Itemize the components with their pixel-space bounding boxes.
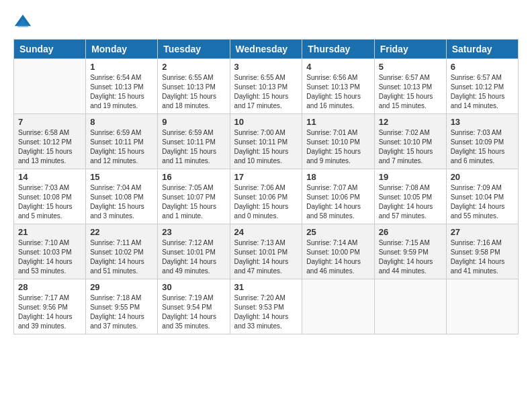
calendar-cell: 5Sunrise: 6:57 AMSunset: 10:13 PMDayligh…: [374, 59, 446, 114]
calendar-cell: [302, 279, 374, 334]
logo: [13, 13, 35, 32]
day-info: Sunrise: 7:08 AMSunset: 10:05 PMDaylight…: [379, 183, 442, 221]
day-info: Sunrise: 7:20 AMSunset: 9:53 PMDaylight:…: [234, 293, 298, 331]
day-number: 5: [379, 62, 442, 72]
day-info: Sunrise: 7:16 AMSunset: 9:58 PMDaylight:…: [451, 238, 514, 276]
calendar-cell: 6Sunrise: 6:57 AMSunset: 10:12 PMDayligh…: [446, 59, 518, 114]
day-info: Sunrise: 6:56 AMSunset: 10:13 PMDaylight…: [306, 73, 369, 111]
calendar-week-row: 1Sunrise: 6:54 AMSunset: 10:13 PMDayligh…: [14, 59, 519, 114]
day-info: Sunrise: 6:54 AMSunset: 10:13 PMDaylight…: [90, 73, 153, 111]
calendar-week-row: 28Sunrise: 7:17 AMSunset: 9:56 PMDayligh…: [14, 279, 519, 334]
calendar-cell: 8Sunrise: 6:59 AMSunset: 10:11 PMDayligh…: [86, 114, 158, 169]
calendar-cell: 15Sunrise: 7:04 AMSunset: 10:08 PMDaylig…: [86, 169, 158, 224]
day-info: Sunrise: 7:03 AMSunset: 10:08 PMDaylight…: [18, 183, 81, 221]
day-number: 4: [306, 62, 369, 72]
calendar-cell: 4Sunrise: 6:56 AMSunset: 10:13 PMDayligh…: [302, 59, 374, 114]
day-info: Sunrise: 7:04 AMSunset: 10:08 PMDaylight…: [90, 183, 153, 221]
calendar-cell: 28Sunrise: 7:17 AMSunset: 9:56 PMDayligh…: [14, 279, 86, 334]
day-info: Sunrise: 7:17 AMSunset: 9:56 PMDaylight:…: [18, 293, 81, 331]
day-number: 11: [306, 117, 369, 127]
day-info: Sunrise: 7:06 AMSunset: 10:06 PMDaylight…: [234, 183, 298, 221]
day-number: 25: [306, 227, 369, 237]
day-info: Sunrise: 7:15 AMSunset: 9:59 PMDaylight:…: [379, 238, 442, 276]
calendar-cell: 21Sunrise: 7:10 AMSunset: 10:03 PMDaylig…: [14, 224, 86, 279]
day-info: Sunrise: 7:10 AMSunset: 10:03 PMDaylight…: [18, 238, 81, 276]
calendar-header-thursday: Thursday: [302, 40, 374, 59]
day-info: Sunrise: 7:05 AMSunset: 10:07 PMDaylight…: [162, 183, 225, 221]
day-number: 3: [234, 62, 298, 72]
day-info: Sunrise: 7:02 AMSunset: 10:10 PMDaylight…: [379, 128, 442, 166]
calendar-cell: 16Sunrise: 7:05 AMSunset: 10:07 PMDaylig…: [158, 169, 230, 224]
calendar-cell: 2Sunrise: 6:55 AMSunset: 10:13 PMDayligh…: [158, 59, 230, 114]
calendar-cell: 29Sunrise: 7:18 AMSunset: 9:55 PMDayligh…: [86, 279, 158, 334]
calendar-cell: 18Sunrise: 7:07 AMSunset: 10:06 PMDaylig…: [302, 169, 374, 224]
day-info: Sunrise: 6:59 AMSunset: 10:11 PMDaylight…: [162, 128, 225, 166]
day-number: 28: [18, 282, 81, 292]
day-info: Sunrise: 7:11 AMSunset: 10:02 PMDaylight…: [90, 238, 153, 276]
day-number: 1: [90, 62, 153, 72]
calendar-week-row: 7Sunrise: 6:58 AMSunset: 10:12 PMDayligh…: [14, 114, 519, 169]
day-number: 7: [18, 117, 81, 127]
calendar-cell: 24Sunrise: 7:13 AMSunset: 10:01 PMDaylig…: [230, 224, 302, 279]
day-info: Sunrise: 7:14 AMSunset: 10:00 PMDaylight…: [306, 238, 369, 276]
day-info: Sunrise: 7:01 AMSunset: 10:10 PMDaylight…: [306, 128, 369, 166]
day-number: 26: [379, 227, 442, 237]
day-number: 20: [451, 172, 514, 182]
calendar-cell: 9Sunrise: 6:59 AMSunset: 10:11 PMDayligh…: [158, 114, 230, 169]
calendar-header-tuesday: Tuesday: [158, 40, 230, 59]
day-info: Sunrise: 6:59 AMSunset: 10:11 PMDaylight…: [90, 128, 153, 166]
day-number: 13: [451, 117, 514, 127]
day-number: 31: [234, 282, 298, 292]
calendar-cell: [14, 59, 86, 114]
day-number: 24: [234, 227, 298, 237]
day-number: 12: [379, 117, 442, 127]
calendar-header-sunday: Sunday: [14, 40, 86, 59]
day-number: 23: [162, 227, 225, 237]
day-number: 22: [90, 227, 153, 237]
day-number: 17: [234, 172, 298, 182]
calendar-cell: 7Sunrise: 6:58 AMSunset: 10:12 PMDayligh…: [14, 114, 86, 169]
calendar-cell: 26Sunrise: 7:15 AMSunset: 9:59 PMDayligh…: [374, 224, 446, 279]
day-info: Sunrise: 6:58 AMSunset: 10:12 PMDaylight…: [18, 128, 81, 166]
calendar-cell: 11Sunrise: 7:01 AMSunset: 10:10 PMDaylig…: [302, 114, 374, 169]
calendar-cell: 12Sunrise: 7:02 AMSunset: 10:10 PMDaylig…: [374, 114, 446, 169]
calendar-cell: 14Sunrise: 7:03 AMSunset: 10:08 PMDaylig…: [14, 169, 86, 224]
day-number: 9: [162, 117, 225, 127]
day-info: Sunrise: 7:13 AMSunset: 10:01 PMDaylight…: [234, 238, 298, 276]
day-number: 29: [90, 282, 153, 292]
day-info: Sunrise: 7:12 AMSunset: 10:01 PMDaylight…: [162, 238, 225, 276]
calendar-header-wednesday: Wednesday: [230, 40, 302, 59]
calendar-week-row: 21Sunrise: 7:10 AMSunset: 10:03 PMDaylig…: [14, 224, 519, 279]
calendar-cell: 3Sunrise: 6:55 AMSunset: 10:13 PMDayligh…: [230, 59, 302, 114]
calendar-cell: 30Sunrise: 7:19 AMSunset: 9:54 PMDayligh…: [158, 279, 230, 334]
logo-icon: [13, 13, 32, 32]
calendar-cell: 13Sunrise: 7:03 AMSunset: 10:09 PMDaylig…: [446, 114, 518, 169]
day-number: 21: [18, 227, 81, 237]
day-number: 2: [162, 62, 225, 72]
calendar-header-saturday: Saturday: [446, 40, 518, 59]
day-info: Sunrise: 6:57 AMSunset: 10:12 PMDaylight…: [451, 73, 514, 111]
day-info: Sunrise: 6:55 AMSunset: 10:13 PMDaylight…: [162, 73, 225, 111]
calendar-week-row: 14Sunrise: 7:03 AMSunset: 10:08 PMDaylig…: [14, 169, 519, 224]
day-number: 19: [379, 172, 442, 182]
calendar-table: SundayMondayTuesdayWednesdayThursdayFrid…: [13, 39, 519, 334]
calendar-cell: 10Sunrise: 7:00 AMSunset: 10:11 PMDaylig…: [230, 114, 302, 169]
calendar-cell: [374, 279, 446, 334]
day-info: Sunrise: 7:03 AMSunset: 10:09 PMDaylight…: [451, 128, 514, 166]
day-number: 16: [162, 172, 225, 182]
day-number: 15: [90, 172, 153, 182]
day-number: 6: [451, 62, 514, 72]
day-number: 30: [162, 282, 225, 292]
day-number: 8: [90, 117, 153, 127]
calendar-cell: 22Sunrise: 7:11 AMSunset: 10:02 PMDaylig…: [86, 224, 158, 279]
day-info: Sunrise: 7:07 AMSunset: 10:06 PMDaylight…: [306, 183, 369, 221]
day-number: 10: [234, 117, 298, 127]
day-info: Sunrise: 7:00 AMSunset: 10:11 PMDaylight…: [234, 128, 298, 166]
calendar-cell: 25Sunrise: 7:14 AMSunset: 10:00 PMDaylig…: [302, 224, 374, 279]
calendar-cell: 20Sunrise: 7:09 AMSunset: 10:04 PMDaylig…: [446, 169, 518, 224]
day-number: 18: [306, 172, 369, 182]
calendar-header-monday: Monday: [86, 40, 158, 59]
calendar-cell: 23Sunrise: 7:12 AMSunset: 10:01 PMDaylig…: [158, 224, 230, 279]
calendar-cell: 19Sunrise: 7:08 AMSunset: 10:05 PMDaylig…: [374, 169, 446, 224]
day-number: 27: [451, 227, 514, 237]
